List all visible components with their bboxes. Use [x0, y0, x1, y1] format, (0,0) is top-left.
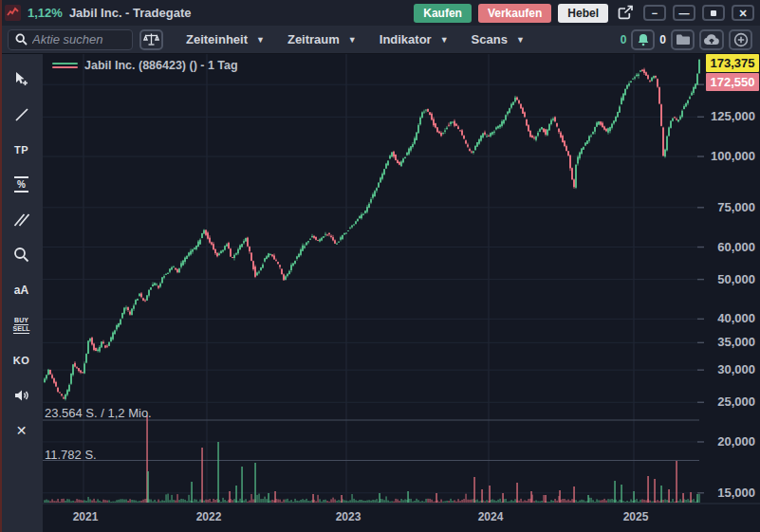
close-icon: ✕	[16, 423, 28, 438]
chevron-down-icon: ▼	[440, 35, 449, 45]
alert-price-tag[interactable]: 173,375	[706, 54, 759, 72]
ko-label: KO	[13, 355, 30, 366]
menu-zeiteinheit[interactable]: Zeiteinheit▼	[186, 32, 265, 46]
file-count: 0	[659, 33, 666, 46]
chart-legend[interactable]: Jabil Inc. (886423) () - 1 Tag	[52, 59, 238, 72]
cloud-upload-icon	[703, 33, 720, 46]
search-box[interactable]	[8, 29, 133, 50]
toolbar: Zeiteinheit▼ Zeitraum▼ Indikator▼ Scans▼…	[0, 26, 760, 54]
alert-count: 0	[621, 33, 627, 46]
scales-icon	[143, 32, 159, 46]
y-axis-label: 15,000	[689, 486, 755, 500]
folder-button[interactable]	[671, 29, 695, 50]
percent-icon: %	[14, 176, 28, 193]
x-axis-label: 2025	[607, 510, 664, 523]
tool-close[interactable]: ✕	[0, 413, 43, 448]
tool-trendline[interactable]	[0, 97, 43, 132]
chevron-down-icon: ▼	[256, 35, 265, 45]
tool-pointer[interactable]	[0, 62, 43, 97]
app-logo-icon	[5, 5, 21, 21]
buy-button[interactable]: Kaufen	[414, 4, 472, 23]
y-axis-label: 35,000	[689, 335, 755, 349]
share-icon[interactable]	[615, 5, 637, 21]
pointer-plus-icon	[13, 71, 29, 87]
last-price-tag: 172,550	[706, 73, 759, 91]
sell-text: SELL	[13, 325, 30, 334]
y-axis-label: 20,000	[689, 434, 755, 449]
tool-text[interactable]: aA	[0, 272, 43, 307]
y-axis-label: 50,000	[689, 272, 755, 286]
tool-takeprofit[interactable]: TP	[0, 132, 43, 167]
y-axis-label: 25,000	[689, 394, 755, 409]
x-axis-label: 2021	[57, 510, 114, 523]
y-axis-label: 60,000	[689, 240, 755, 254]
price-chart[interactable]	[43, 54, 760, 532]
chevron-down-icon: ▼	[348, 35, 357, 45]
alerts-button[interactable]	[631, 29, 655, 50]
titlebar: 1,12% Jabil Inc. - Tradegate Kaufen Verk…	[0, 0, 760, 26]
search-icon	[15, 33, 28, 46]
plus-circle-icon	[733, 32, 749, 47]
restore-icon	[711, 10, 716, 16]
bell-icon	[637, 33, 650, 46]
chart-area[interactable]: Jabil Inc. (886423) () - 1 Tag 150,00012…	[43, 54, 760, 532]
compare-button[interactable]	[139, 29, 163, 50]
y-axis-label: 75,000	[689, 200, 755, 214]
y-axis-label: 100,000	[689, 149, 755, 163]
tool-buysell[interactable]: BUYSELL	[0, 307, 43, 342]
y-axis-label: 40,000	[689, 311, 755, 325]
lever-button[interactable]: Hebel	[558, 4, 608, 23]
tool-parallel-lines[interactable]	[0, 202, 43, 237]
menu-label: Scans	[472, 32, 508, 46]
folder-icon	[676, 33, 691, 46]
maximize-button[interactable]	[702, 5, 725, 21]
app-window: 1,12% Jabil Inc. - Tradegate Kaufen Verk…	[0, 0, 760, 532]
minimize-button[interactable]: —	[673, 5, 695, 21]
y-axis-label: 125,000	[689, 109, 755, 123]
tp-label: TP	[14, 144, 28, 156]
chevron-down-icon: ▼	[516, 35, 525, 45]
drawing-toolbar: TP % aA BUYSELL KO ✕	[0, 54, 43, 532]
speaker-icon	[14, 389, 29, 402]
menu-label: Zeitraum	[287, 32, 340, 46]
window-title: Jabil Inc. - Tradegate	[69, 6, 192, 20]
menu-indikator[interactable]: Indikator▼	[380, 32, 449, 46]
volume-scale-label: 11.782 S.	[45, 448, 97, 462]
x-axis-label: 2024	[462, 510, 519, 523]
sell-button[interactable]: Verkaufen	[478, 4, 551, 23]
magnifier-icon	[13, 247, 29, 263]
menu-label: Indikator	[380, 32, 432, 46]
tool-sound[interactable]	[0, 377, 43, 413]
add-button[interactable]	[729, 29, 752, 50]
tool-zoom[interactable]	[0, 237, 43, 272]
legend-label: Jabil Inc. (886423) () - 1 Tag	[84, 59, 238, 72]
tool-percent-retracement[interactable]: %	[0, 167, 43, 202]
trendline-icon	[14, 107, 29, 122]
minus-button[interactable]: −	[643, 5, 666, 21]
parallel-lines-icon	[13, 212, 29, 228]
close-button[interactable]: ✕	[732, 5, 754, 21]
y-axis-label: 30,000	[689, 362, 755, 376]
x-axis-label: 2022	[180, 510, 237, 523]
change-percent: 1,12%	[28, 6, 63, 20]
menu-zeitraum[interactable]: Zeitraum▼	[287, 32, 357, 46]
tool-knockout[interactable]: KO	[0, 342, 43, 377]
buy-text: BUY	[14, 317, 28, 325]
window-edge-highlight	[0, 0, 2, 532]
x-axis-label: 2023	[320, 510, 377, 523]
menu-label: Zeiteinheit	[186, 32, 248, 46]
legend-swatch-icon	[52, 63, 78, 68]
cloud-save-button[interactable]	[699, 29, 724, 50]
menu-scans[interactable]: Scans▼	[472, 32, 525, 46]
volume-scale-label: 23.564 S. / 1,2 Mio.	[45, 406, 152, 420]
search-input[interactable]	[32, 32, 125, 46]
buysell-icon: BUYSELL	[13, 317, 30, 334]
text-tool-label: aA	[14, 284, 28, 297]
